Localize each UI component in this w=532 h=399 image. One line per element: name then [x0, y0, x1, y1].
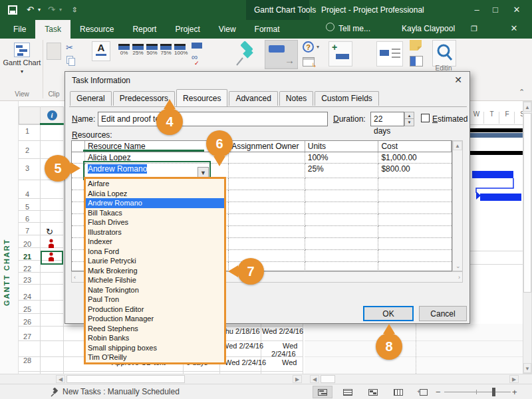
dialog-tab[interactable]: Notes	[279, 91, 313, 106]
duration-spinner[interactable]: ▲ ▼	[404, 112, 414, 126]
dropdown-item[interactable]: Bill Takacs	[86, 208, 224, 218]
col-units[interactable]: Units	[305, 141, 379, 152]
vscroll-thumb[interactable]	[523, 113, 531, 293]
scroll-up-icon[interactable]: ▲	[523, 102, 531, 112]
paste-button[interactable]	[47, 43, 61, 60]
row-number[interactable]: 25	[19, 305, 36, 315]
row-number[interactable]: 4	[19, 190, 36, 200]
task-details-button[interactable]	[376, 41, 403, 66]
left-pane-scroll-left-icon[interactable]: ◀	[56, 375, 65, 383]
row-number[interactable]: 21	[19, 253, 36, 262]
restore-pane-icon[interactable]: ❐	[467, 19, 481, 39]
percent-complete-button[interactable]: 50%	[146, 44, 158, 56]
dropdown-item[interactable]: Laurie Petrycki	[86, 256, 224, 266]
table-scroll-left-icon[interactable]: ‹	[74, 274, 76, 281]
percent-complete-button[interactable]: 0%	[118, 44, 130, 56]
report-view-button[interactable]: +	[414, 386, 434, 398]
insert-task-button[interactable]: +	[329, 41, 352, 66]
dropdown-item[interactable]: Iona Ford	[86, 247, 224, 257]
view-bar-label[interactable]: GANTT CHART	[3, 200, 16, 306]
col-assignment-owner[interactable]: Assignment Owner	[229, 141, 305, 152]
gantt-hscroll-thumb[interactable]	[321, 375, 335, 383]
task-inspect-icon[interactable]: ?	[303, 41, 314, 53]
save-icon[interactable]	[8, 5, 17, 15]
row-number[interactable]: 23	[19, 276, 36, 285]
summary-bar[interactable]	[470, 128, 523, 132]
cancel-button[interactable]: Cancel	[419, 306, 467, 321]
team-planner-view-button[interactable]	[363, 386, 383, 398]
table-scroll-right-icon[interactable]: ›	[458, 274, 460, 281]
task-notes-icon[interactable]	[410, 40, 422, 51]
spinner-down-icon[interactable]: ▼	[404, 119, 414, 126]
zoom-slider-handle[interactable]	[492, 388, 495, 396]
dialog-close-icon[interactable]: ✕	[452, 74, 464, 85]
dialog-tab[interactable]: General	[70, 91, 112, 106]
row-number[interactable]: 27	[19, 332, 36, 342]
pushpin-icon[interactable]	[234, 40, 261, 69]
dialog-tab[interactable]: Resources	[176, 89, 227, 106]
maximize-button[interactable]: □	[488, 0, 503, 20]
ribbon-tab[interactable]: Project	[166, 20, 209, 39]
dialog-tab[interactable]: Custom Fields	[315, 91, 379, 106]
font-button[interactable]: A	[92, 41, 110, 61]
dropdown-item[interactable]: Mark Brokering	[86, 266, 224, 276]
cut-icon[interactable]: ✂	[66, 43, 73, 53]
left-pane-hscroll-thumb[interactable]	[66, 375, 185, 383]
left-pane-scroll-right-icon[interactable]: ▶	[293, 375, 302, 383]
ribbon-tab[interactable]: Format	[245, 20, 289, 39]
close-pane-icon[interactable]: ✕	[507, 19, 521, 39]
dropdown-item[interactable]: Production Editor	[86, 305, 224, 315]
dropdown-item[interactable]: Robin Banks	[86, 333, 224, 343]
dialog-tab[interactable]: Advanced	[229, 91, 277, 106]
dropdown-item[interactable]: Airfare	[86, 179, 224, 189]
qat-customize-icon[interactable]: ⇳	[72, 0, 77, 20]
calendar-icon[interactable]: ↳	[303, 57, 315, 66]
dropdown-item[interactable]: Tim O'Reilly	[86, 352, 224, 362]
zoom-in-icon[interactable]: +	[512, 384, 517, 399]
estimated-checkbox[interactable]	[421, 114, 430, 122]
ribbon-tab[interactable]: Task	[35, 20, 70, 39]
gantt-view-button[interactable]	[313, 386, 332, 398]
percent-complete-button[interactable]: 100%	[174, 44, 188, 56]
dropdown-item[interactable]: Andrew Romano	[86, 198, 224, 208]
collapse-ribbon-icon[interactable]: ⌃	[519, 88, 525, 96]
dropdown-item[interactable]: Reed Stephens	[86, 324, 224, 334]
row-number[interactable]: 26	[19, 318, 36, 327]
ribbon-tab[interactable]: File	[4, 20, 35, 39]
tell-me-label[interactable]: Tell me...	[338, 19, 370, 38]
ok-button[interactable]: OK	[363, 306, 414, 321]
dropdown-item[interactable]: Illustrators	[86, 227, 224, 237]
copy-icon[interactable]	[66, 56, 73, 64]
table-vertical-scrollbar[interactable]: ▲ ⌄	[452, 140, 463, 271]
scroll-to-task-button[interactable]	[432, 40, 456, 66]
row-number[interactable]: 20	[19, 240, 36, 249]
row-number[interactable]: 3	[19, 164, 36, 174]
dropdown-item[interactable]: Michele Filshie	[86, 275, 224, 285]
row-number[interactable]: 7	[19, 227, 36, 236]
undo-caret-icon[interactable]: ▾	[38, 0, 41, 20]
indent-icon[interactable]	[192, 43, 202, 49]
zoom-out-icon[interactable]: −	[436, 384, 441, 399]
gantt-chart-view-button[interactable]: Gantt Chart ▾	[3, 41, 41, 89]
row-number[interactable]: 2	[19, 146, 36, 156]
details-form-icon[interactable]	[410, 56, 423, 66]
dropdown-item[interactable]: Paul Tron	[86, 295, 224, 305]
spinner-up-icon[interactable]: ▲	[404, 112, 414, 119]
manually-schedule-button[interactable]: →	[265, 40, 298, 69]
minimize-button[interactable]: –	[469, 0, 484, 20]
dropdown-item[interactable]: Small shipping boxes	[86, 343, 224, 353]
summary-bar[interactable]	[470, 151, 523, 155]
row-number[interactable]: 1	[19, 127, 36, 136]
ribbon-tab[interactable]: View	[209, 20, 245, 39]
dropdown-item[interactable]: Nate Torkington	[86, 285, 224, 295]
dropdown-item[interactable]: Production Manager	[86, 314, 224, 324]
scroll-down-icon[interactable]: ▼	[523, 363, 531, 373]
row-number[interactable]: 24	[19, 293, 36, 302]
table-scroll-down-icon[interactable]: ⌄	[456, 263, 461, 269]
col-cost[interactable]: Cost	[378, 141, 452, 152]
row-number[interactable]: 6	[19, 215, 36, 224]
undo-icon[interactable]: ↶	[27, 0, 34, 20]
percent-complete-button[interactable]: 75%	[160, 44, 172, 56]
gantt-scroll-right-icon[interactable]: ▶	[509, 375, 519, 383]
dropdown-item[interactable]: Alicia Lopez	[86, 189, 224, 199]
